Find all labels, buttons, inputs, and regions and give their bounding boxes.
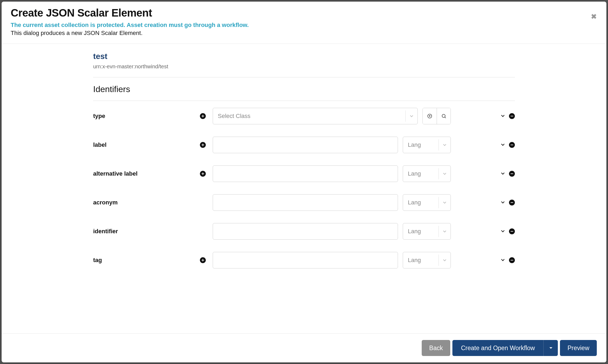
field-row-acronym: acronym Lang xyxy=(93,194,515,211)
field-label-label: label xyxy=(93,141,106,148)
field-row-label: label Lang xyxy=(93,137,515,153)
chevron-down-icon xyxy=(442,258,447,263)
plus-icon xyxy=(202,259,204,262)
modal-body[interactable]: test urn:x-evn-master:northwind/test Ide… xyxy=(2,44,606,333)
remove-value-button[interactable] xyxy=(509,171,515,177)
add-value-button[interactable] xyxy=(200,257,206,263)
chevron-down-icon xyxy=(409,113,414,119)
upload-icon xyxy=(427,113,432,119)
minus-icon xyxy=(511,259,513,262)
chevron-down-icon xyxy=(500,142,506,148)
create-workflow-dropdown-button[interactable] xyxy=(543,340,558,356)
plus-icon xyxy=(202,144,204,146)
modal-footer: Back Create and Open Workflow Preview xyxy=(2,333,606,362)
language-select[interactable]: Lang xyxy=(403,137,451,153)
plus-icon xyxy=(202,115,204,117)
field-menu-button[interactable] xyxy=(499,169,507,178)
minus-icon xyxy=(511,115,513,117)
create-open-workflow-button[interactable]: Create and Open Workflow xyxy=(452,340,543,356)
chevron-down-icon xyxy=(442,229,447,234)
language-placeholder: Lang xyxy=(408,170,421,177)
remove-value-button[interactable] xyxy=(509,228,515,234)
field-row-tag: tag Lang xyxy=(93,252,515,268)
plus-icon xyxy=(202,172,204,175)
class-select[interactable]: Select Class xyxy=(213,108,418,124)
close-icon[interactable]: ✖ xyxy=(589,12,598,21)
field-label-tag: tag xyxy=(93,257,102,264)
field-menu-button[interactable] xyxy=(499,112,507,121)
field-row-identifier: identifier Lang xyxy=(93,223,515,240)
remove-value-button[interactable] xyxy=(509,200,515,205)
create-new-class-button[interactable] xyxy=(423,108,437,124)
minus-icon xyxy=(511,172,513,175)
chevron-down-icon xyxy=(500,199,506,205)
field-row-type: type Select Class xyxy=(93,108,515,124)
tag-input[interactable] xyxy=(213,252,398,268)
field-row-alt-label: alternative label Lang xyxy=(93,165,515,182)
create-workflow-split-button: Create and Open Workflow xyxy=(452,340,558,356)
class-action-group xyxy=(423,108,451,124)
language-placeholder: Lang xyxy=(408,141,421,148)
identifier-input[interactable] xyxy=(213,223,398,240)
chevron-down-icon xyxy=(442,142,447,148)
language-select[interactable]: Lang xyxy=(403,165,451,182)
section-identifiers-title: Identifiers xyxy=(93,84,515,94)
chevron-down-icon xyxy=(500,228,506,234)
modal-title: Create JSON Scalar Element xyxy=(11,7,597,19)
alt-label-input[interactable] xyxy=(213,165,398,182)
language-placeholder: Lang xyxy=(408,199,421,206)
field-menu-button[interactable] xyxy=(499,141,507,149)
field-label-acronym: acronym xyxy=(93,199,118,206)
caret-down-icon xyxy=(549,346,553,350)
language-select[interactable]: Lang xyxy=(403,223,451,240)
field-menu-button[interactable] xyxy=(499,227,507,236)
back-button[interactable]: Back xyxy=(422,340,450,356)
search-icon xyxy=(441,113,447,119)
asset-urn: urn:x-evn-master:northwind/test xyxy=(93,64,515,70)
language-placeholder: Lang xyxy=(408,228,421,235)
class-select-placeholder: Select Class xyxy=(218,113,250,120)
search-class-button[interactable] xyxy=(437,108,451,124)
field-menu-button[interactable] xyxy=(499,256,507,265)
add-value-button[interactable] xyxy=(200,171,206,177)
field-label-identifier: identifier xyxy=(93,228,118,235)
minus-icon xyxy=(511,144,513,146)
remove-value-button[interactable] xyxy=(509,257,515,263)
field-menu-button[interactable] xyxy=(499,198,507,207)
divider xyxy=(93,77,515,77)
modal-subtitle: This dialog produces a new JSON Scalar E… xyxy=(11,30,597,37)
svg-line-2 xyxy=(445,117,446,118)
language-select[interactable]: Lang xyxy=(403,252,451,268)
modal-warning: The current asset collection is protecte… xyxy=(11,22,597,29)
preview-button[interactable]: Preview xyxy=(560,340,597,356)
asset-name-link[interactable]: test xyxy=(93,52,515,61)
chevron-down-icon xyxy=(442,200,447,205)
minus-icon xyxy=(511,201,513,204)
divider xyxy=(93,101,515,101)
modal-header: Create JSON Scalar Element The current a… xyxy=(2,2,606,44)
add-value-button[interactable] xyxy=(200,142,206,148)
chevron-down-icon xyxy=(442,171,447,176)
language-placeholder: Lang xyxy=(408,257,421,264)
create-asset-modal: Create JSON Scalar Element The current a… xyxy=(2,2,606,362)
minus-icon xyxy=(511,230,513,233)
chevron-down-icon xyxy=(500,113,506,119)
svg-point-1 xyxy=(442,114,445,117)
field-label-type: type xyxy=(93,113,105,120)
add-value-button[interactable] xyxy=(200,113,206,119)
chevron-down-icon xyxy=(500,257,506,263)
chevron-down-icon xyxy=(500,171,506,176)
remove-value-button[interactable] xyxy=(509,142,515,148)
acronym-input[interactable] xyxy=(213,194,398,211)
remove-value-button[interactable] xyxy=(509,113,515,119)
language-select[interactable]: Lang xyxy=(403,194,451,211)
label-input[interactable] xyxy=(213,137,398,153)
field-label-alt-label: alternative label xyxy=(93,170,137,177)
